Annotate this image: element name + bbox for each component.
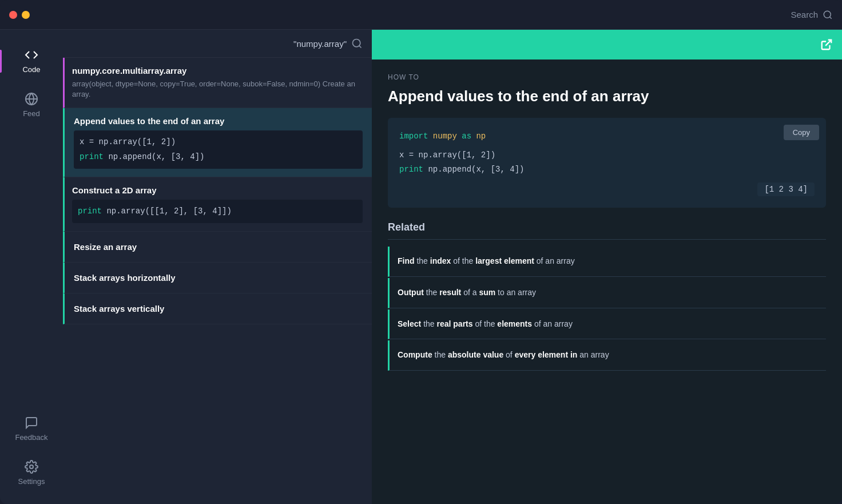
close-button[interactable]: [9, 11, 17, 19]
np-span: np: [476, 132, 486, 141]
related-item[interactable]: Find the index of the largest element of…: [388, 247, 826, 277]
related-item-text: Output the result of a sum to an array: [398, 287, 824, 299]
sidebar-item-code[interactable]: Code: [0, 39, 63, 83]
feedback-icon: [25, 416, 38, 430]
sidebar-item-feedback[interactable]: Feedback: [0, 407, 63, 451]
copy-button[interactable]: Copy: [784, 125, 819, 140]
window-controls: [9, 11, 30, 19]
sidebar-label-feed: Feed: [23, 109, 40, 118]
results-list: numpy.core.multiarray.array array(object…: [63, 58, 372, 504]
detail-title: Append values to the end of an array: [388, 87, 826, 106]
detail-panel: HOW TO Append values to the end of an ar…: [372, 30, 842, 504]
code-line-1: import numpy as np: [399, 129, 815, 144]
detail-header-bar: [372, 30, 842, 59]
sidebar-label-feedback: Feedback: [15, 433, 47, 442]
result-code: x = np.array([1, 2]) print np.append(x, …: [74, 130, 363, 168]
related-item[interactable]: Compute the absolute value of every elem…: [388, 340, 826, 371]
related-item-text: Select the real parts of the elements of…: [398, 319, 824, 330]
output-line: [1 2 3 4]: [399, 182, 815, 196]
svg-line-6: [359, 46, 362, 48]
titlebar-search[interactable]: Search: [791, 10, 833, 20]
result-title: Stack arrays vertically: [74, 304, 363, 313]
result-item[interactable]: Append values to the end of an array x =…: [63, 108, 372, 177]
how-to-label: HOW TO: [388, 73, 826, 81]
result-title: Append values to the end of an array: [74, 116, 363, 126]
result-code: print np.array([[1, 2], [3, 4]]): [72, 200, 363, 223]
keyword-span: import: [399, 132, 428, 141]
search-button[interactable]: [351, 38, 363, 49]
svg-line-7: [825, 40, 831, 46]
result-item[interactable]: Stack arrays horizontally: [63, 263, 372, 293]
related-title: Related: [388, 221, 826, 240]
sidebar-label-settings: Settings: [18, 477, 45, 486]
result-item[interactable]: Construct a 2D array print np.array([[1,…: [63, 177, 372, 232]
keyword-span: print: [399, 165, 423, 174]
code-block: Copy import numpy as np x = np.array([1,…: [388, 118, 826, 208]
settings-icon: [25, 460, 38, 474]
code-icon: [25, 48, 38, 62]
related-item[interactable]: Select the real parts of the elements of…: [388, 309, 826, 340]
svg-point-4: [30, 465, 33, 469]
external-link-icon: [820, 38, 833, 51]
result-item[interactable]: Resize an array: [63, 232, 372, 263]
sidebar-label-code: Code: [22, 65, 40, 74]
content-area: "numpy.array" numpy.core.multiarray.arra…: [63, 30, 842, 504]
search-bar: "numpy.array": [63, 30, 372, 58]
titlebar: Search: [0, 0, 842, 30]
sidebar: Code Feed Feedback Settings: [0, 30, 63, 504]
detail-content: HOW TO Append values to the end of an ar…: [372, 59, 842, 386]
code-line-2: x = np.array([1, 2]): [399, 148, 815, 162]
code-span: x = np.array([1, 2]): [399, 150, 495, 160]
result-title: numpy.core.multiarray.array: [72, 66, 363, 76]
related-section: Related Find the index of the largest el…: [388, 221, 826, 370]
search-icon: [823, 10, 833, 20]
code-line-3: print np.append(x, [3, 4]): [399, 162, 815, 177]
sidebar-item-feed[interactable]: Feed: [0, 83, 63, 127]
minimize-button[interactable]: [22, 11, 30, 19]
feed-icon: [25, 92, 38, 106]
result-title: Stack arrays horizontally: [74, 273, 363, 283]
result-title: Resize an array: [74, 242, 363, 252]
external-link-button[interactable]: [820, 38, 833, 51]
search-icon: [351, 38, 363, 49]
result-title: Construct a 2D array: [72, 185, 363, 195]
svg-point-0: [824, 11, 831, 18]
sidebar-item-settings[interactable]: Settings: [0, 451, 63, 495]
search-value: "numpy.array": [293, 39, 347, 49]
output-value: [1 2 3 4]: [757, 182, 815, 196]
result-item[interactable]: Stack arrays vertically: [63, 293, 372, 324]
search-panel: "numpy.array" numpy.core.multiarray.arra…: [63, 30, 372, 504]
code-span: numpy: [433, 132, 462, 141]
svg-line-1: [829, 17, 831, 18]
as-span: as: [462, 132, 471, 141]
search-input-wrapper: "numpy.array": [72, 39, 347, 49]
app-body: Code Feed Feedback Settings: [0, 30, 842, 504]
related-item-text: Compute the absolute value of every elem…: [398, 350, 824, 361]
search-label: Search: [791, 10, 818, 19]
related-item-text: Find the index of the largest element of…: [398, 256, 824, 267]
svg-point-5: [353, 39, 360, 47]
code-span: np.append(x, [3, 4]): [428, 165, 524, 174]
result-description: array(object, dtype=None, copy=True, ord…: [72, 79, 363, 100]
related-item[interactable]: Output the result of a sum to an array: [388, 278, 826, 308]
result-item[interactable]: numpy.core.multiarray.array array(object…: [63, 58, 372, 108]
